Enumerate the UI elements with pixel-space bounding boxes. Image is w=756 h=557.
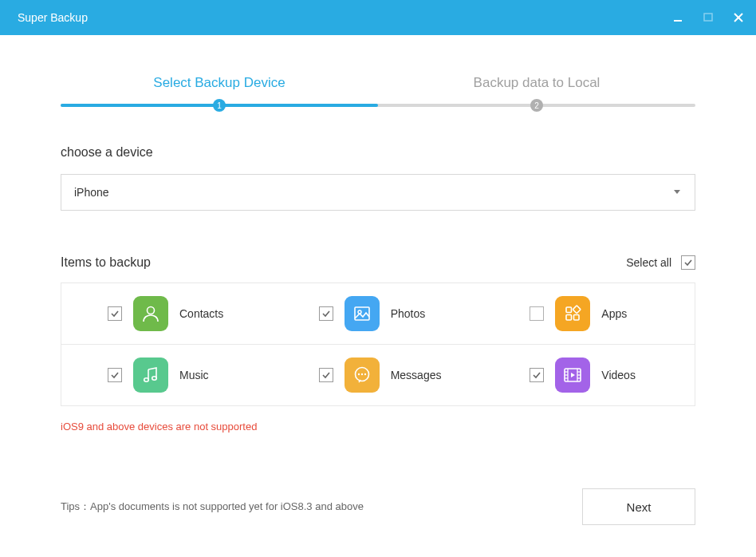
- titlebar[interactable]: Super Backup: [0, 0, 756, 35]
- music-icon: [133, 358, 168, 393]
- item-videos: Videos: [483, 345, 695, 405]
- check-icon: [531, 369, 542, 381]
- item-messages-checkbox[interactable]: [319, 368, 333, 382]
- svg-point-17: [364, 373, 365, 375]
- item-contacts: Contacts: [61, 283, 273, 344]
- progress-node-1: 1: [213, 99, 226, 112]
- titlebar-title: Super Backup: [18, 11, 88, 24]
- next-button[interactable]: Next: [582, 488, 695, 525]
- item-music: Music: [61, 345, 273, 405]
- item-music-label: Music: [179, 369, 209, 381]
- svg-point-5: [148, 307, 155, 314]
- item-apps: Apps: [483, 283, 695, 344]
- photos-icon: [345, 296, 380, 331]
- svg-point-16: [360, 373, 362, 375]
- svg-rect-10: [574, 315, 580, 321]
- items-header: Items to backup Select all: [61, 255, 695, 270]
- close-icon: [733, 12, 744, 23]
- svg-rect-8: [566, 307, 572, 313]
- item-videos-checkbox[interactable]: [530, 368, 544, 382]
- videos-icon: [555, 358, 590, 393]
- app-window: Super Backup Select Backup Device Backup…: [0, 0, 756, 557]
- messages-icon: [345, 358, 380, 393]
- item-contacts-checkbox[interactable]: [108, 306, 122, 321]
- select-all-label: Select all: [626, 256, 671, 269]
- item-music-checkbox[interactable]: [108, 368, 122, 382]
- items-grid: ContactsPhotosAppsMusicMessagesVideos: [61, 282, 695, 406]
- item-photos-checkbox[interactable]: [319, 306, 333, 321]
- item-messages-label: Messages: [391, 369, 442, 381]
- select-all-checkbox[interactable]: [681, 255, 695, 270]
- content: choose a device iPhone Items to backup S…: [0, 145, 756, 488]
- item-apps-checkbox[interactable]: [530, 306, 544, 321]
- contacts-icon: [133, 296, 168, 331]
- chevron-down-icon: [672, 186, 682, 199]
- check-icon: [321, 308, 332, 319]
- apps-icon: [555, 296, 590, 331]
- close-button[interactable]: [732, 11, 745, 24]
- items-row: MusicMessagesVideos: [61, 344, 695, 405]
- device-select-value: iPhone: [74, 186, 109, 199]
- check-icon: [683, 257, 694, 268]
- progress-labels: Select Backup Device Backup data to Loca…: [61, 75, 695, 91]
- footer: Tips：App's documents is not supported ye…: [0, 488, 756, 557]
- select-all[interactable]: Select all: [626, 255, 695, 270]
- svg-marker-27: [571, 373, 575, 377]
- check-icon: [321, 369, 332, 381]
- tips-text: Tips：App's documents is not supported ye…: [61, 500, 364, 514]
- check-icon: [109, 369, 120, 381]
- item-contacts-label: Contacts: [179, 307, 223, 320]
- item-photos: Photos: [273, 283, 484, 344]
- items-title: Items to backup: [61, 255, 151, 270]
- minimize-icon: [672, 12, 683, 23]
- svg-rect-9: [566, 315, 572, 321]
- item-messages: Messages: [273, 345, 484, 405]
- choose-device-title: choose a device: [61, 145, 695, 160]
- warning-text: iOS9 and above devices are not supported: [61, 421, 695, 433]
- svg-rect-11: [573, 306, 581, 314]
- item-apps-label: Apps: [601, 307, 627, 320]
- svg-point-15: [357, 373, 359, 375]
- window-controls: [671, 11, 745, 24]
- progress-step2-label: Backup data to Local: [378, 75, 695, 91]
- svg-marker-4: [674, 190, 680, 194]
- maximize-icon: [703, 12, 714, 23]
- check-icon: [109, 308, 120, 319]
- maximize-button[interactable]: [702, 11, 715, 24]
- svg-rect-1: [704, 14, 712, 21]
- device-select[interactable]: iPhone: [61, 174, 695, 211]
- progress-node-2: 2: [530, 99, 543, 112]
- progress-steps: Select Backup Device Backup data to Loca…: [61, 75, 695, 107]
- progress-bar: 1 2: [61, 104, 695, 107]
- minimize-button[interactable]: [671, 11, 684, 24]
- item-videos-label: Videos: [601, 369, 636, 381]
- progress-step1-label: Select Backup Device: [61, 75, 378, 91]
- items-row: ContactsPhotosApps: [61, 283, 695, 344]
- item-photos-label: Photos: [391, 307, 426, 320]
